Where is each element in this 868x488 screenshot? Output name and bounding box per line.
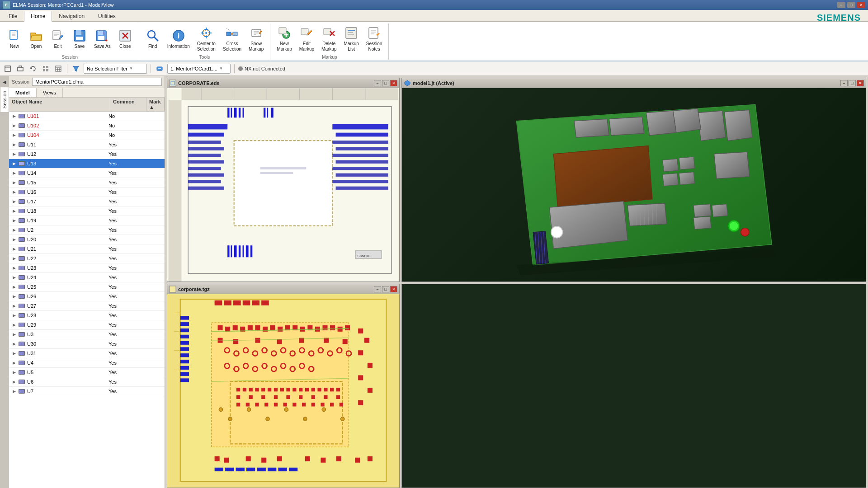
tree-row-u101[interactable]: ▶ U101 No [9, 112, 165, 121]
expand-u26[interactable]: ▶ [11, 293, 17, 300]
model1-jt-close[interactable]: ✕ [857, 80, 864, 86]
corporate-eds-title-bar[interactable]: CORPORATE.eds − □ ✕ [167, 78, 399, 88]
expand-u14[interactable]: ▶ [11, 170, 17, 176]
expand-u19[interactable]: ▶ [11, 217, 17, 224]
expand-u7[interactable]: ▶ [11, 388, 17, 394]
session-notes-button[interactable]: SessionNotes [363, 24, 385, 54]
expand-u3[interactable]: ▶ [11, 331, 17, 338]
model1-jt-minimize[interactable]: − [840, 80, 848, 86]
center-to-selection-button[interactable]: Center toSelection [194, 24, 218, 54]
corporate-eds-minimize[interactable]: − [374, 80, 381, 86]
tree-row-u29[interactable]: ▶ U29 Yes [9, 320, 165, 330]
tree-row-u19[interactable]: ▶ U19 Yes [9, 216, 165, 225]
tree-row-u25[interactable]: ▶ U25 Yes [9, 282, 165, 292]
selection-filter-dropdown[interactable]: No Selection Filter ▼ [84, 64, 147, 74]
tree-row-u2[interactable]: ▶ U2 Yes [9, 225, 165, 235]
tree-row-u21[interactable]: ▶ U21 Yes [9, 244, 165, 254]
tab-navigation[interactable]: Navigation [52, 11, 91, 21]
show-markup-button[interactable]: ShowMarkup [246, 24, 266, 54]
tree-row-u30[interactable]: ▶ U30 Yes [9, 339, 165, 349]
tree-row-u4[interactable]: ▶ U4 Yes [9, 358, 165, 368]
tree-row-u13[interactable]: ▶ U13 Yes [9, 159, 165, 169]
corporate-eds-close[interactable]: ✕ [390, 80, 397, 86]
tab-model[interactable]: Model [9, 88, 37, 97]
col-mark[interactable]: Mark ▲ [146, 98, 165, 111]
new-markup-button[interactable]: NewMarkup [274, 24, 294, 54]
toolbar-btn-session-icon[interactable] [155, 64, 165, 74]
tree-row-u15[interactable]: ▶ U15 Yes [9, 178, 165, 188]
tree-row-u22[interactable]: ▶ U22 Yes [9, 254, 165, 263]
find-button[interactable]: Find [143, 27, 163, 51]
tree-row-u16[interactable]: ▶ U16 Yes [9, 188, 165, 197]
markup-list-button[interactable]: MarkupList [341, 24, 361, 54]
tree-row-u12[interactable]: ▶ U12 Yes [9, 150, 165, 159]
maximize-button[interactable]: □ [847, 2, 855, 8]
expand-u18[interactable]: ▶ [11, 208, 17, 214]
tree-row-u6[interactable]: ▶ U6 Yes [9, 377, 165, 387]
tree-row-u3[interactable]: ▶ U3 Yes [9, 330, 165, 339]
tree-row-u23[interactable]: ▶ U23 Yes [9, 263, 165, 273]
information-button[interactable]: i Information [165, 27, 193, 51]
session-dropdown[interactable]: 1. MentorPCCard1.... ▼ [167, 64, 231, 74]
expand-u30[interactable]: ▶ [11, 341, 17, 347]
edit-button[interactable]: Edit [48, 27, 68, 51]
model1-jt-title-bar[interactable]: model1.jt (Active) − □ ✕ [402, 78, 866, 88]
expand-u24[interactable]: ▶ [11, 274, 17, 281]
session-vertical-tab[interactable]: Session [0, 87, 9, 113]
edit-markup-button[interactable]: EditMarkup [297, 24, 317, 54]
expand-u5[interactable]: ▶ [11, 369, 17, 375]
toolbar-btn-2[interactable] [15, 64, 25, 74]
expand-u20[interactable]: ▶ [11, 236, 17, 243]
tree-row-u102[interactable]: ▶ U102 No [9, 121, 165, 131]
toolbar-btn-table[interactable] [53, 64, 63, 74]
model1-jt-maximize[interactable]: □ [849, 80, 856, 86]
corporate-tgz-maximize[interactable]: □ [382, 286, 389, 292]
tree-row-u5[interactable]: ▶ U5 Yes [9, 368, 165, 377]
expand-u6[interactable]: ▶ [11, 379, 17, 385]
toolbar-btn-grid[interactable] [41, 64, 51, 74]
tree-row-u24[interactable]: ▶ U24 Yes [9, 273, 165, 282]
tree-row-u28[interactable]: ▶ U28 Yes [9, 311, 165, 320]
expand-u23[interactable]: ▶ [11, 265, 17, 271]
tab-home[interactable]: Home [24, 11, 52, 22]
expand-u22[interactable]: ▶ [11, 255, 17, 262]
cross-selection-button[interactable]: CrossSelection [220, 24, 244, 54]
minimize-button[interactable]: − [837, 2, 845, 8]
tree-row-u20[interactable]: ▶ U20 Yes [9, 235, 165, 244]
tree-row-u18[interactable]: ▶ U18 Yes [9, 206, 165, 216]
save-button[interactable]: Save [70, 27, 90, 51]
expand-u104[interactable]: ▶ [11, 132, 17, 138]
toolbar-btn-refresh[interactable] [28, 64, 38, 74]
corporate-eds-maximize[interactable]: □ [382, 80, 389, 86]
expand-u28[interactable]: ▶ [11, 312, 17, 319]
expand-u4[interactable]: ▶ [11, 360, 17, 366]
tree-row-u17[interactable]: ▶ U17 Yes [9, 197, 165, 206]
expand-u29[interactable]: ▶ [11, 322, 17, 328]
tree-row-u31[interactable]: ▶ U31 Yes [9, 349, 165, 358]
expand-u2[interactable]: ▶ [11, 227, 17, 233]
new-button[interactable]: New [5, 27, 24, 51]
expand-u31[interactable]: ▶ [11, 350, 17, 357]
tree-row-u26[interactable]: ▶ U26 Yes [9, 292, 165, 301]
expand-u17[interactable]: ▶ [11, 198, 17, 205]
expand-u25[interactable]: ▶ [11, 284, 17, 290]
tab-file[interactable]: File [2, 11, 24, 21]
expand-u15[interactable]: ▶ [11, 179, 17, 186]
toolbar-btn-filter-icon[interactable] [71, 64, 81, 74]
corporate-tgz-close[interactable]: ✕ [390, 286, 397, 292]
delete-markup-button[interactable]: DeleteMarkup [319, 24, 339, 54]
expand-u102[interactable]: ▶ [11, 122, 17, 129]
expand-u21[interactable]: ▶ [11, 246, 17, 252]
close-ribbon-button[interactable]: Close [115, 27, 135, 51]
session-name-input[interactable] [32, 78, 162, 86]
tree-row-u14[interactable]: ▶ U14 Yes [9, 169, 165, 178]
close-button[interactable]: ✕ [857, 2, 865, 8]
tab-views[interactable]: Views [37, 88, 63, 97]
toolbar-btn-1[interactable] [3, 64, 13, 74]
expand-u16[interactable]: ▶ [11, 189, 17, 195]
tree-row-u7[interactable]: ▶ U7 Yes [9, 387, 165, 396]
session-expand-icon[interactable]: ◀ [0, 78, 9, 86]
corporate-tgz-minimize[interactable]: − [374, 286, 381, 292]
tree-row-u104[interactable]: ▶ U104 No [9, 131, 165, 140]
expand-u27[interactable]: ▶ [11, 303, 17, 309]
